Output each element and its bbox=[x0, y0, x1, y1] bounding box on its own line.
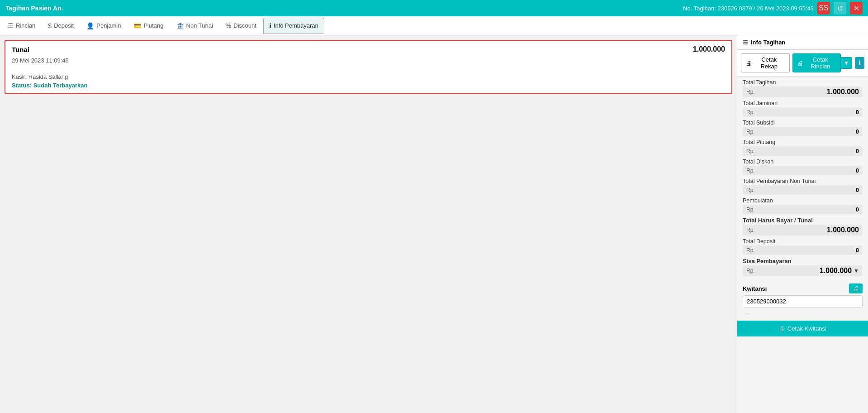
total-non-tunai-value: 0 bbox=[856, 187, 859, 193]
payment-status: Status: Sudah Terbayarkan bbox=[12, 82, 725, 89]
cetak-rekap-button[interactable]: 🖨 Cetak Rekap bbox=[741, 53, 790, 72]
kwitansi-dash: - bbox=[743, 309, 863, 316]
sidebar-info-button[interactable]: ℹ bbox=[855, 57, 864, 69]
user-button[interactable]: SS bbox=[817, 2, 830, 14]
total-diskon-rp: Rp. bbox=[746, 168, 755, 174]
total-non-tunai-row: Total Pembayaran Non Tunai bbox=[743, 178, 863, 184]
main-layout: Tunai 1.000.000 29 Mei 2023 11:09:46 Kas… bbox=[0, 35, 868, 413]
total-subsidi-value-row: Rp. 0 bbox=[743, 127, 863, 136]
header-title: Tagihan Pasien An. bbox=[5, 5, 63, 12]
kwitansi-label-row: Kwitansi 🖨 bbox=[743, 283, 863, 293]
tab-non-tunai[interactable]: 🏦 Non Tunai bbox=[171, 18, 219, 34]
piutang-icon: 💳 bbox=[133, 22, 141, 29]
content-area: Tunai 1.000.000 29 Mei 2023 11:09:46 Kas… bbox=[0, 35, 737, 413]
pembulatan-label: Pembulatan bbox=[743, 197, 773, 204]
deposit-icon: $ bbox=[48, 22, 52, 29]
sidebar-header: ☰ Info Tagihan bbox=[737, 35, 868, 50]
payment-amount: 1.000.000 bbox=[693, 45, 725, 53]
total-subsidi-rp: Rp. bbox=[746, 129, 755, 135]
tab-info-pembayaran-label: Info Pembayaran bbox=[274, 22, 318, 29]
cetak-kwitansi-label: Cetak Kwitansi bbox=[787, 325, 826, 332]
pembulatan-value: 0 bbox=[856, 206, 859, 213]
harus-bayar-rp: Rp. bbox=[746, 227, 755, 233]
total-piutang-value-row: Rp. 0 bbox=[743, 146, 863, 156]
total-jaminan-value: 0 bbox=[856, 109, 859, 115]
total-deposit-value: 0 bbox=[856, 247, 859, 254]
info-section: Total Tagihan Rp. 1.000.000 Total Jamina… bbox=[737, 77, 868, 282]
total-diskon-label: Total Diskon bbox=[743, 158, 773, 165]
header: Tagihan Pasien An. No. Tagihan: 230526.0… bbox=[0, 0, 868, 16]
cetak-rincian-dropdown[interactable]: ▼ bbox=[840, 57, 852, 69]
harus-bayar-row: Total Harus Bayar / Tunai bbox=[743, 217, 863, 224]
printer3-icon: 🖨 bbox=[779, 325, 785, 332]
sisa-value: 1.000.000 bbox=[820, 267, 852, 275]
nav-tabs: ☰ Rincian $ Deposit 👤 Penjamin 💳 Piutang… bbox=[0, 16, 868, 35]
total-subsidi-row: Total Subsidi bbox=[743, 120, 863, 126]
kwitansi-input-1[interactable] bbox=[743, 295, 863, 307]
tab-discount-label: Discount bbox=[233, 22, 256, 29]
total-tagihan-value: 1.000.000 bbox=[827, 88, 859, 96]
total-tagihan-label: Total Tagihan bbox=[743, 79, 776, 86]
pembulatan-value-row: Rp. 0 bbox=[743, 205, 863, 214]
total-deposit-label: Total Deposit bbox=[743, 238, 775, 245]
total-tagihan-rp: Rp. bbox=[746, 89, 755, 95]
sisa-row-label: Sisa Pembayaran bbox=[743, 258, 863, 264]
tab-penjamin-label: Penjamin bbox=[96, 22, 121, 29]
payment-kasir: Kasir: Rasida Sallang bbox=[12, 73, 725, 80]
close-button[interactable]: ✕ bbox=[850, 2, 863, 14]
total-tagihan-value-row: Rp. 1.000.000 bbox=[743, 86, 863, 97]
tab-deposit[interactable]: $ Deposit bbox=[42, 18, 80, 34]
sisa-dropdown-button[interactable]: ▼ bbox=[854, 268, 859, 274]
penjamin-icon: 👤 bbox=[86, 22, 94, 29]
total-subsidi-value: 0 bbox=[856, 128, 859, 135]
sisa-value-row: Rp. 1.000.000 ▼ bbox=[743, 265, 863, 276]
sisa-label: Sisa Pembayaran bbox=[743, 258, 792, 264]
rincian-icon: ☰ bbox=[8, 22, 14, 29]
total-diskon-row: Total Diskon bbox=[743, 158, 863, 165]
kwitansi-print-button[interactable]: 🖨 bbox=[849, 283, 863, 293]
payment-card: Tunai 1.000.000 29 Mei 2023 11:09:46 Kas… bbox=[5, 40, 732, 94]
total-piutang-label: Total Piutang bbox=[743, 139, 775, 145]
tab-rincian[interactable]: ☰ Rincian bbox=[2, 18, 41, 34]
total-non-tunai-rp: Rp. bbox=[746, 187, 755, 193]
total-diskon-value-row: Rp. 0 bbox=[743, 166, 863, 175]
harus-bayar-value-row: Rp. 1.000.000 bbox=[743, 225, 863, 235]
tab-info-pembayaran[interactable]: ℹ Info Pembayaran bbox=[263, 18, 324, 34]
invoice-info: No. Tagihan: 230526.0879 / 26 Mei 2023 0… bbox=[683, 5, 814, 12]
total-jaminan-value-row: Rp. 0 bbox=[743, 107, 863, 117]
total-deposit-rp: Rp. bbox=[746, 247, 755, 254]
total-subsidi-label: Total Subsidi bbox=[743, 120, 775, 126]
sidebar: ☰ Info Tagihan 🖨 Cetak Rekap 🖨 Cetak Rin… bbox=[737, 35, 868, 413]
harus-bayar-label: Total Harus Bayar / Tunai bbox=[743, 217, 813, 224]
pembulatan-rp: Rp. bbox=[746, 206, 755, 213]
total-jaminan-rp: Rp. bbox=[746, 109, 755, 115]
printer-icon: 🖨 bbox=[746, 60, 752, 67]
total-deposit-value-row: Rp. 0 bbox=[743, 245, 863, 255]
tab-deposit-label: Deposit bbox=[54, 22, 74, 29]
payment-card-header: Tunai 1.000.000 bbox=[12, 45, 725, 53]
total-diskon-value: 0 bbox=[856, 167, 859, 174]
total-non-tunai-value-row: Rp. 0 bbox=[743, 185, 863, 195]
non-tunai-icon: 🏦 bbox=[176, 22, 184, 29]
sidebar-actions: 🖨 Cetak Rekap 🖨 Cetak Rincian ▼ ℹ bbox=[737, 50, 868, 77]
kwitansi-section: Kwitansi 🖨 - bbox=[737, 282, 868, 321]
total-non-tunai-label: Total Pembayaran Non Tunai bbox=[743, 178, 816, 184]
tab-non-tunai-label: Non Tunai bbox=[186, 22, 213, 29]
total-deposit-row: Total Deposit bbox=[743, 238, 863, 245]
total-jaminan-label: Total Jaminan bbox=[743, 100, 778, 106]
total-tagihan-row: Total Tagihan bbox=[743, 79, 863, 86]
cetak-rincian-button[interactable]: 🖨 Cetak Rincian bbox=[792, 53, 841, 72]
cetak-rekap-label: Cetak Rekap bbox=[754, 56, 785, 70]
payment-date: 29 Mei 2023 11:09:46 bbox=[12, 57, 725, 64]
header-right: No. Tagihan: 230526.0879 / 26 Mei 2023 0… bbox=[683, 2, 863, 14]
list-icon: ☰ bbox=[743, 39, 748, 46]
printer2-icon: 🖨 bbox=[797, 60, 803, 67]
tab-rincian-label: Rincian bbox=[16, 22, 35, 29]
tab-penjamin[interactable]: 👤 Penjamin bbox=[81, 18, 127, 34]
tab-discount[interactable]: % Discount bbox=[220, 18, 262, 34]
info-icon: ℹ bbox=[269, 22, 271, 29]
total-piutang-rp: Rp. bbox=[746, 148, 755, 154]
refresh-button[interactable]: ↺ bbox=[834, 2, 846, 14]
cetak-kwitansi-button[interactable]: 🖨 Cetak Kwitansi bbox=[737, 321, 868, 336]
tab-piutang[interactable]: 💳 Piutang bbox=[128, 18, 169, 34]
